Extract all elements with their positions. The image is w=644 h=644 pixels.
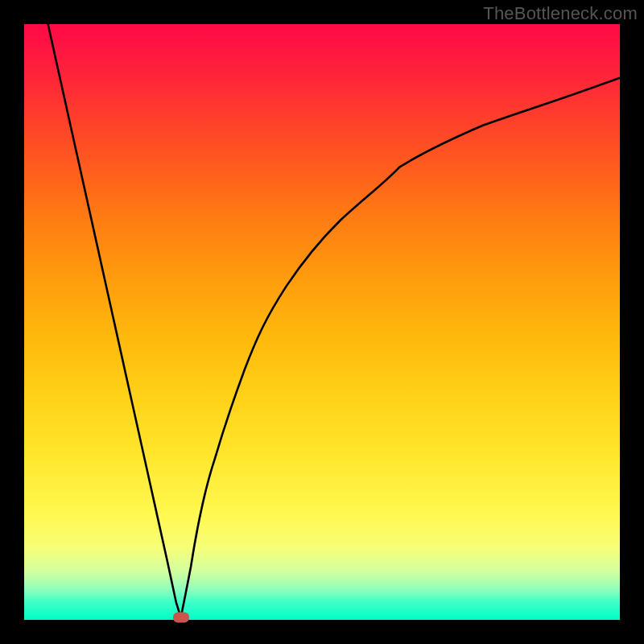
watermark-text: TheBottleneck.com <box>483 3 638 24</box>
bottleneck-curve <box>24 24 620 620</box>
curve-right-branch <box>181 78 620 617</box>
plot-area <box>24 24 620 620</box>
chart-frame: TheBottleneck.com <box>0 0 644 644</box>
bottleneck-marker <box>173 613 189 623</box>
curve-left-branch <box>48 24 181 617</box>
